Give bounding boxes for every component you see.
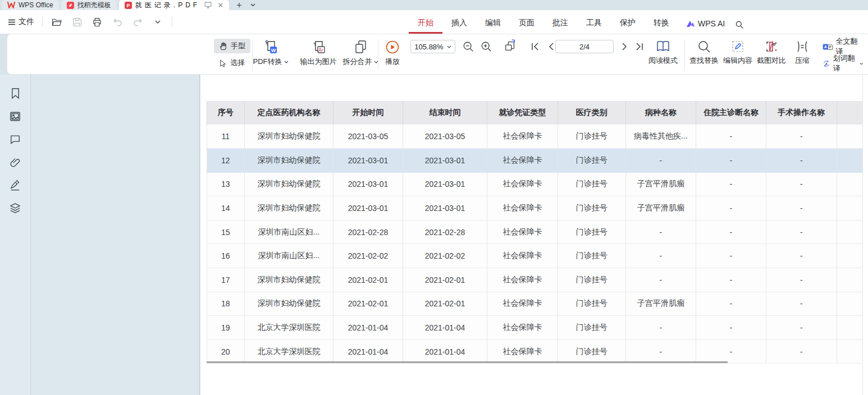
table-cell: -: [766, 292, 837, 316]
word-translate-button[interactable]: A 划词翻译: [817, 56, 868, 71]
tab-docer-templates[interactable]: 找稻壳模板: [61, 0, 117, 10]
table-cell: -: [625, 339, 696, 364]
folder-open-icon[interactable]: [51, 16, 63, 28]
table-cell: 门诊挂号: [558, 316, 625, 340]
search-icon[interactable]: [730, 20, 748, 34]
cursor-icon: [219, 59, 227, 67]
table-row[interactable]: 15深圳市南山区妇...2021-02-282021-02-28社会保障卡门诊挂…: [207, 220, 868, 244]
bookmark-icon[interactable]: [9, 87, 21, 99]
menu-item-tools[interactable]: 工具: [577, 18, 611, 34]
print-icon[interactable]: [91, 16, 103, 28]
docer-logo-icon: [67, 2, 74, 9]
table-row[interactable]: 12深圳市妇幼保健院2021-03-012021-03-01社会保障卡门诊挂号-…: [207, 149, 868, 173]
file-menu-button[interactable]: 文件: [8, 17, 34, 27]
find-replace-button[interactable]: 查找替换: [688, 40, 720, 66]
table-cell: -: [625, 220, 696, 244]
edit-content-button[interactable]: 编辑内容: [721, 40, 754, 66]
tab-wps-office[interactable]: WPS Office: [2, 0, 59, 10]
table-cell: 北京大学深圳医院: [244, 339, 334, 364]
table-cell: -: [696, 316, 766, 340]
read-mode-button[interactable]: 阅读模式: [645, 40, 681, 66]
full-translate-button[interactable]: A 全文翻译: [817, 39, 868, 54]
close-icon[interactable]: ✕: [217, 2, 223, 9]
rotate-pages-icon[interactable]: [504, 39, 517, 52]
table-row[interactable]: 16深圳市南山区妇...2021-02-022021-02-02社会保障卡门诊挂…: [207, 244, 868, 268]
column-header: 定点医药机构名称: [244, 101, 334, 125]
table-cell: 2021-02-01: [403, 268, 487, 292]
column-header: 手术操作名称: [766, 101, 837, 125]
tab-document-active[interactable]: P 就医记录.PDF ✕: [119, 0, 229, 10]
table-row[interactable]: 20北京大学深圳医院2021-01-042021-01-04社会保障卡门诊挂号-…: [207, 339, 868, 364]
compress-button[interactable]: 压缩: [790, 40, 815, 66]
menu-item-protect[interactable]: 保护: [611, 18, 645, 34]
hand-tool-button[interactable]: 手型: [214, 39, 250, 53]
signature-icon[interactable]: [9, 179, 21, 191]
table-cell: -: [766, 339, 837, 364]
play-button[interactable]: 播放: [380, 40, 405, 67]
menu-item-wps-ai[interactable]: WPS AI: [678, 19, 730, 34]
table-cell: 社会保障卡: [487, 220, 558, 244]
table-cell: 2021-03-01: [403, 149, 487, 173]
save-icon[interactable]: [71, 16, 83, 28]
table-cell: 深圳市妇幼保健院: [244, 172, 334, 196]
undo-icon[interactable]: [111, 16, 124, 28]
table-cell: 深圳市妇幼保健院: [244, 125, 334, 149]
table-cell: 19: [207, 316, 245, 340]
page-number-input[interactable]: [555, 40, 614, 53]
split-merge-icon: [354, 40, 368, 54]
next-page-button[interactable]: [618, 40, 632, 53]
column-header: 住院主诊断名称: [696, 101, 766, 125]
table-row[interactable]: 11深圳市妇幼保健院2021-03-052021-03-05社会保障卡门诊挂号病…: [207, 125, 868, 149]
menu-item-edit[interactable]: 编辑: [476, 18, 510, 34]
column-header: 病种名称: [625, 101, 696, 125]
table-cell: 2021-03-01: [403, 172, 487, 196]
zoom-out-icon[interactable]: [462, 40, 475, 53]
menu-item-convert[interactable]: 转换: [645, 18, 678, 34]
table-row[interactable]: 19北京大学深圳医院2021-01-042021-01-04社会保障卡门诊挂号-…: [207, 316, 868, 340]
table-cell: 门诊挂号: [558, 268, 625, 292]
table-row[interactable]: 18深圳市妇幼保健院2021-02-012021-02-01社会保障卡门诊挂号子…: [207, 292, 868, 316]
full-translate-icon: A: [823, 43, 833, 51]
pdf-convert-button[interactable]: W PDF转换: [248, 40, 293, 67]
vertical-scrollbar[interactable]: [862, 75, 868, 395]
table-cell: -: [766, 268, 837, 292]
screenshot-compare-button[interactable]: 截图对比: [755, 40, 788, 66]
image-icon[interactable]: [9, 110, 21, 122]
select-tool-button[interactable]: 选择: [214, 56, 250, 70]
table-row[interactable]: 17深圳市妇幼保健院2021-02-012021-02-01社会保障卡门诊挂号-…: [207, 268, 868, 292]
table-cell: 2021-02-01: [334, 292, 403, 316]
svg-text:P: P: [126, 3, 130, 8]
layers-icon[interactable]: [9, 202, 21, 214]
tab-label: WPS Office: [19, 1, 53, 9]
navigation-panel[interactable]: [31, 75, 200, 395]
pdf-document-page[interactable]: 序号定点医药机构名称开始时间结束时间就诊凭证类型医疗类别病种名称住院主诊断名称手…: [200, 75, 868, 395]
menu-item-insert[interactable]: 插入: [442, 18, 476, 34]
menu-item-home[interactable]: 开始: [409, 18, 442, 34]
tab-list-chevron-icon[interactable]: [247, 0, 259, 10]
attachment-icon[interactable]: [9, 156, 21, 168]
table-cell: -: [766, 125, 837, 149]
table-cell: 门诊挂号: [558, 292, 625, 316]
table-cell: 2021-02-01: [403, 292, 487, 316]
table-row[interactable]: 14深圳市妇幼保健院2021-03-012021-03-01社会保障卡门诊挂号子…: [207, 196, 868, 221]
monitor-icon[interactable]: [204, 2, 212, 8]
book-icon: [656, 40, 670, 53]
redo-icon[interactable]: [131, 16, 144, 28]
last-page-button[interactable]: [633, 40, 646, 53]
divider: [42, 17, 43, 27]
new-tab-icon[interactable]: ＋: [231, 0, 247, 10]
first-page-button[interactable]: [528, 40, 542, 53]
window-tab-bar: WPS Office 找稻壳模板 P 就医记录.PDF ✕ ＋: [0, 0, 868, 10]
table-row[interactable]: 13深圳市妇幼保健院2021-03-012021-03-01社会保障卡门诊挂号子…: [207, 172, 868, 196]
comment-icon[interactable]: [9, 133, 21, 145]
table-cell: -: [766, 172, 837, 196]
more-commands-chevron-icon[interactable]: [152, 16, 164, 28]
table-cell: 2021-02-01: [334, 268, 403, 292]
menu-item-annotate[interactable]: 批注: [543, 18, 577, 34]
table-cell: -: [766, 220, 837, 244]
table-cell: -: [696, 292, 766, 316]
zoom-level-select[interactable]: 105.88%: [410, 40, 455, 53]
table-cell: 门诊挂号: [558, 172, 625, 196]
menu-item-page[interactable]: 页面: [510, 18, 543, 34]
zoom-in-icon[interactable]: [479, 40, 493, 53]
